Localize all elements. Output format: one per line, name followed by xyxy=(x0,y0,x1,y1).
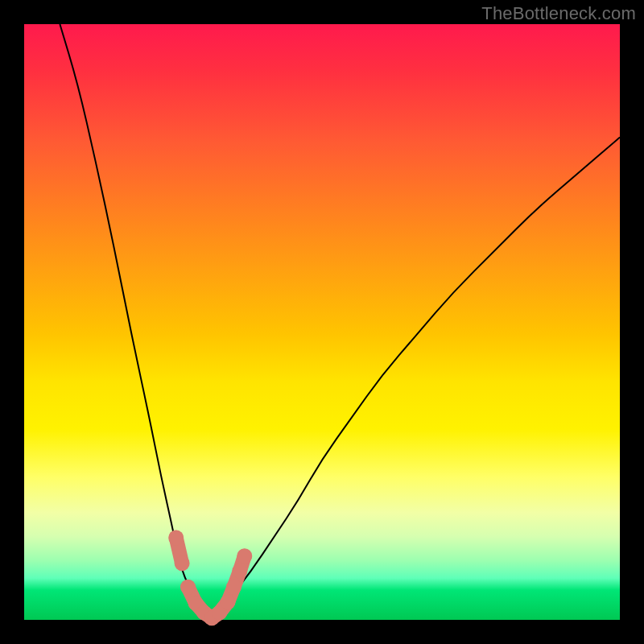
marker-dot xyxy=(237,548,252,564)
marker-dot xyxy=(175,555,190,571)
marker-dot xyxy=(232,564,247,579)
curve-left-branch xyxy=(60,24,208,617)
marker-dot xyxy=(221,594,236,609)
plot-area xyxy=(24,24,620,620)
marker-dot xyxy=(168,530,184,545)
marker-dot xyxy=(226,580,242,595)
chart-svg xyxy=(24,24,620,620)
marker-dot xyxy=(180,580,196,595)
curve-right-branch xyxy=(208,138,620,617)
watermark-text: TheBottleneck.com xyxy=(481,3,636,24)
